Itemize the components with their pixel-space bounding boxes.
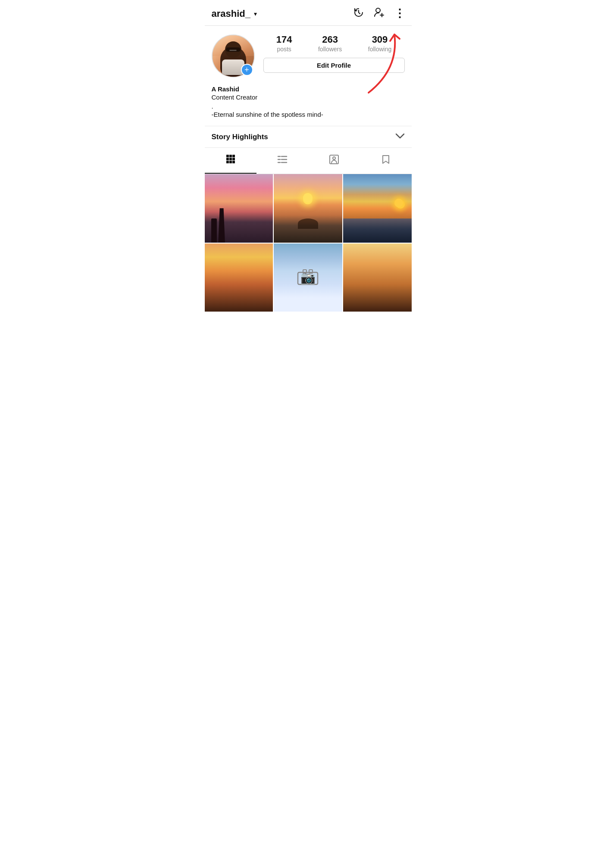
edit-profile-button[interactable]: Edit Profile — [263, 58, 405, 73]
svg-rect-23 — [309, 270, 313, 273]
following-label: following — [368, 46, 391, 53]
svg-rect-4 — [229, 155, 232, 157]
chevron-down-icon[interactable] — [395, 132, 405, 141]
more-options-icon[interactable]: ⋮ — [394, 7, 405, 20]
following-stat[interactable]: 309 following — [368, 34, 391, 53]
followers-count: 263 — [322, 34, 338, 45]
bio-quote: -Eternal sunshine of the spotless mind- — [212, 111, 405, 118]
bio-name: A Rashid — [212, 85, 405, 93]
profile-header: ▬▬ + 174 posts 263 followers — [205, 26, 412, 84]
tab-tag[interactable] — [308, 148, 360, 174]
photo-5 — [274, 243, 342, 312]
bio-section: A Rashid Content Creator . -Eternal suns… — [205, 84, 412, 126]
svg-rect-5 — [232, 155, 235, 157]
photo-4 — [205, 243, 273, 312]
svg-rect-6 — [226, 158, 229, 160]
photo-6 — [343, 243, 412, 312]
tab-bar — [205, 148, 412, 174]
svg-rect-9 — [226, 161, 229, 163]
tag-icon — [329, 154, 339, 167]
dropdown-icon[interactable]: ▾ — [254, 10, 257, 17]
followers-stat[interactable]: 263 followers — [318, 34, 342, 53]
grid-item[interactable] — [205, 243, 273, 312]
svg-rect-3 — [226, 155, 229, 157]
top-nav: arashid_ ▾ ⋮ — [205, 0, 412, 26]
username-label: arashid_ — [212, 8, 251, 19]
history-icon[interactable] — [353, 6, 365, 21]
posts-label: posts — [277, 46, 291, 53]
grid-item[interactable] — [274, 243, 342, 312]
stats-row: 174 posts 263 followers 309 following — [263, 34, 405, 53]
svg-rect-8 — [232, 158, 235, 160]
avatar-container: ▬▬ + — [212, 34, 255, 78]
bio-title: Content Creator — [212, 94, 405, 101]
tab-bookmark[interactable] — [360, 148, 412, 174]
svg-rect-7 — [229, 158, 232, 160]
grid-item[interactable] — [205, 174, 273, 243]
photo-3 — [343, 174, 412, 243]
posts-count: 174 — [276, 34, 292, 45]
posts-stat[interactable]: 174 posts — [276, 34, 292, 53]
bio-dot: . — [212, 103, 405, 110]
nav-right: ⋮ — [353, 6, 405, 21]
svg-point-0 — [376, 8, 380, 12]
nav-left: arashid_ ▾ — [212, 8, 257, 19]
bookmark-icon — [381, 154, 391, 167]
photo-grid — [205, 174, 412, 312]
svg-rect-22 — [303, 270, 306, 273]
photo-2 — [274, 174, 342, 243]
add-story-button[interactable]: + — [241, 64, 253, 76]
grid-item[interactable] — [343, 243, 412, 312]
list-icon — [277, 154, 288, 167]
followers-label: followers — [318, 46, 342, 53]
profile-stats: 174 posts 263 followers 309 following Ed… — [263, 34, 405, 73]
svg-rect-20 — [298, 272, 318, 284]
following-count: 309 — [372, 34, 388, 45]
grid-icon — [225, 154, 236, 167]
profile-area: ▬▬ + 174 posts 263 followers — [205, 26, 412, 84]
grid-item[interactable] — [274, 174, 342, 243]
svg-rect-10 — [229, 161, 232, 163]
svg-rect-11 — [232, 161, 235, 163]
highlights-title: Story Highlights — [212, 133, 268, 141]
svg-point-19 — [333, 157, 335, 159]
add-person-icon[interactable] — [373, 6, 385, 21]
tab-grid[interactable] — [205, 148, 256, 174]
grid-item[interactable] — [343, 174, 412, 243]
highlights-section[interactable]: Story Highlights — [205, 126, 412, 148]
photo-1 — [205, 174, 273, 243]
svg-point-21 — [303, 274, 312, 283]
tab-list[interactable] — [256, 148, 308, 174]
